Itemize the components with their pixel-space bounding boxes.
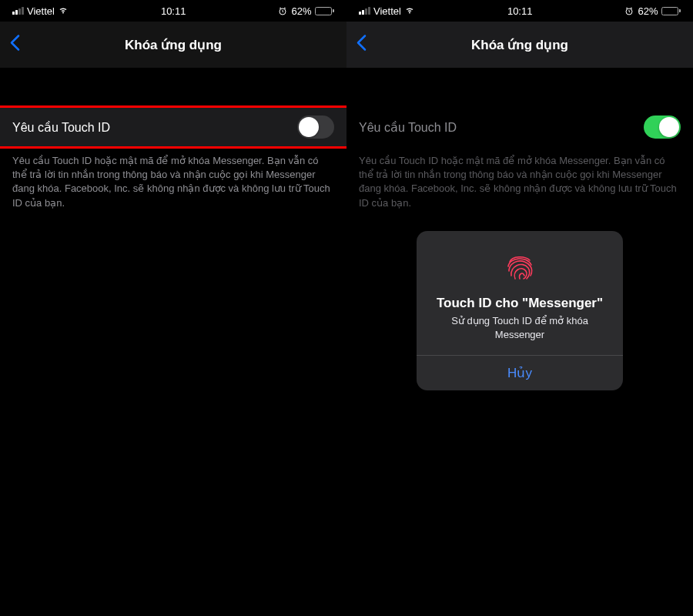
touch-id-toggle[interactable] [297, 116, 334, 139]
touch-id-row[interactable]: Yêu cầu Touch ID [0, 108, 346, 146]
wifi-icon [404, 5, 415, 16]
cancel-button[interactable]: Hủy [417, 355, 623, 390]
toggle-knob [299, 117, 319, 137]
battery-icon [315, 7, 334, 15]
carrier-label: Viettel [373, 5, 401, 17]
touch-id-toggle[interactable] [644, 116, 681, 139]
alarm-icon [624, 6, 634, 15]
description-text: Yêu cầu Touch ID hoặc mật mã để mở khóa … [346, 146, 693, 218]
touch-id-row[interactable]: Yêu cầu Touch ID [346, 108, 693, 146]
status-right: 62% [278, 5, 334, 17]
touch-id-label: Yêu cầu Touch ID [359, 120, 457, 135]
nav-header: Khóa ứng dụng [0, 22, 346, 68]
back-button[interactable] [356, 33, 367, 57]
status-left: Viettel [359, 5, 415, 17]
content: Yêu cầu Touch ID Yêu cầu Touch ID hoặc m… [0, 68, 346, 218]
page-title: Khóa ứng dụng [125, 37, 222, 53]
page-title: Khóa ứng dụng [471, 37, 568, 53]
highlighted-row: Yêu cầu Touch ID [0, 105, 349, 149]
status-right: 62% [624, 5, 681, 17]
wifi-icon [58, 5, 69, 16]
back-button[interactable] [9, 33, 20, 57]
content: Yêu cầu Touch ID Yêu cầu Touch ID hoặc m… [346, 68, 693, 218]
modal-title: Touch ID cho "Messenger" [429, 296, 611, 311]
phone-screen-left: Viettel 10:11 62% Khóa ứng dụng Yêu cầu … [0, 0, 346, 616]
clock: 10:11 [507, 5, 533, 17]
status-bar: Viettel 10:11 62% [0, 0, 346, 22]
clock: 10:11 [161, 5, 186, 17]
signal-icon [12, 7, 24, 15]
alarm-icon [278, 6, 287, 15]
modal-subtitle: Sử dụng Touch ID để mở khóa Messenger [429, 314, 611, 341]
nav-header: Khóa ứng dụng [346, 22, 693, 68]
fingerprint-icon [500, 246, 539, 285]
battery-percent: 62% [638, 5, 658, 17]
status-left: Viettel [12, 5, 69, 17]
touch-id-prompt: Touch ID cho "Messenger" Sử dụng Touch I… [417, 231, 623, 390]
carrier-label: Viettel [27, 5, 55, 17]
phone-screen-right: Viettel 10:11 62% Khóa ứng dụng Yêu cầu … [346, 0, 693, 616]
status-bar: Viettel 10:11 62% [346, 0, 693, 22]
modal-body: Touch ID cho "Messenger" Sử dụng Touch I… [417, 231, 623, 355]
signal-icon [359, 7, 370, 15]
toggle-knob [659, 117, 679, 137]
battery-icon [661, 7, 681, 15]
description-text: Yêu cầu Touch ID hoặc mật mã để mở khóa … [0, 146, 346, 218]
battery-percent: 62% [291, 5, 311, 17]
touch-id-label: Yêu cầu Touch ID [12, 120, 110, 135]
